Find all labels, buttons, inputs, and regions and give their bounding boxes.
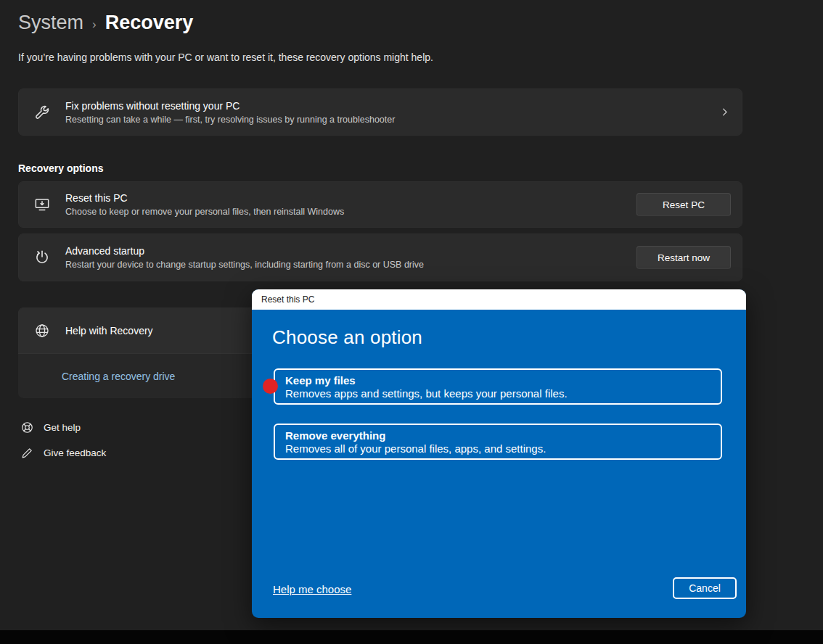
chevron-right-icon [719, 107, 730, 117]
advanced-startup-title: Advanced startup [65, 245, 424, 257]
cancel-button[interactable]: Cancel [673, 577, 737, 599]
restart-now-button[interactable]: Restart now [636, 246, 731, 269]
reset-pc-card: Reset this PC Choose to keep or remove y… [18, 181, 742, 228]
troubleshoot-description: Resetting can take a while — first, try … [65, 115, 395, 125]
recovery-options-heading: Recovery options [18, 162, 103, 174]
keep-my-files-title: Keep my files [285, 374, 711, 387]
reset-pc-description: Choose to keep or remove your personal f… [65, 207, 344, 217]
help-me-choose-link[interactable]: Help me choose [273, 583, 351, 595]
breadcrumb-system[interactable]: System [18, 12, 83, 34]
reset-this-pc-dialog: Reset this PC Choose an option Keep my f… [252, 289, 746, 618]
dialog-body: Choose an option Keep my files Removes a… [252, 310, 746, 618]
advanced-startup-description: Restart your device to change startup se… [65, 260, 424, 270]
wrench-icon [19, 104, 65, 121]
help-with-recovery-title: Help with Recovery [65, 325, 153, 337]
troubleshoot-text: Fix problems without resetting your PC R… [65, 100, 395, 125]
bottom-bar [0, 630, 823, 644]
remove-everything-option[interactable]: Remove everything Removes all of your pe… [274, 424, 722, 460]
creating-recovery-drive-link[interactable]: Creating a recovery drive [62, 371, 175, 382]
give-feedback-label: Give feedback [44, 447, 106, 458]
keep-my-files-description: Removes apps and settings, but keeps you… [285, 387, 711, 400]
pen-icon [20, 446, 34, 460]
reset-pc-icon [19, 195, 65, 214]
dialog-titlebar: Reset this PC [252, 289, 746, 310]
lifebuoy-icon [20, 421, 34, 434]
get-help-label: Get help [44, 422, 81, 433]
dialog-heading: Choose an option [272, 326, 422, 349]
reset-pc-button[interactable]: Reset PC [636, 193, 731, 216]
advanced-startup-text: Advanced startup Restart your device to … [65, 245, 424, 270]
globe-icon [19, 322, 65, 339]
footer-links: Get help Give feedback [20, 421, 106, 460]
breadcrumb: System › Recovery [18, 12, 193, 34]
remove-everything-description: Removes all of your personal files, apps… [285, 442, 711, 455]
give-feedback-link[interactable]: Give feedback [20, 446, 106, 460]
get-help-link[interactable]: Get help [20, 421, 106, 434]
advanced-startup-card: Advanced startup Restart your device to … [18, 234, 742, 281]
page-subtitle: If you’re having problems with your PC o… [18, 51, 433, 63]
click-indicator [263, 379, 278, 394]
troubleshoot-card[interactable]: Fix problems without resetting your PC R… [18, 88, 742, 136]
keep-my-files-option[interactable]: Keep my files Removes apps and settings,… [274, 368, 722, 405]
breadcrumb-separator-icon: › [92, 15, 97, 32]
page-title: Recovery [105, 12, 194, 34]
remove-everything-title: Remove everything [285, 429, 711, 442]
help-with-recovery-text: Help with Recovery [65, 325, 153, 337]
reset-pc-text: Reset this PC Choose to keep or remove y… [65, 192, 344, 217]
reset-pc-title: Reset this PC [65, 192, 344, 204]
power-restart-icon [19, 248, 65, 267]
settings-window: System › Recovery If you’re having probl… [0, 0, 823, 644]
troubleshoot-title: Fix problems without resetting your PC [65, 100, 395, 112]
